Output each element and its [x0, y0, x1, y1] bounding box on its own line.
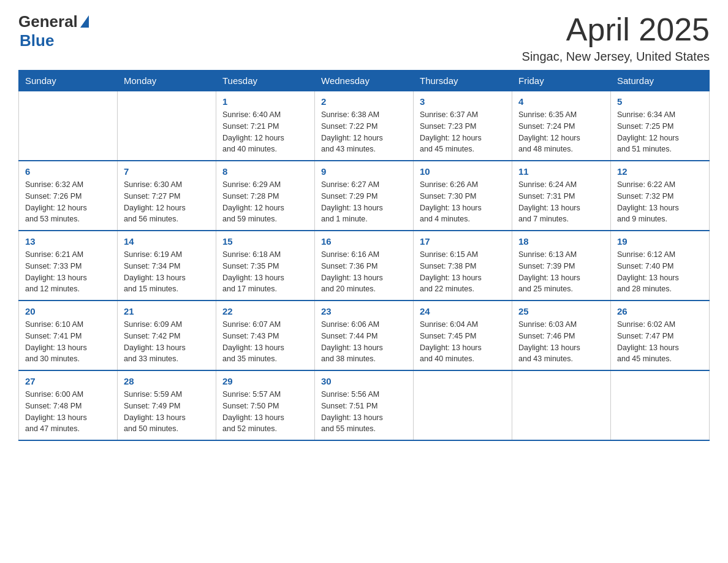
calendar-cell: 27Sunrise: 6:00 AMSunset: 7:48 PMDayligh…: [19, 370, 118, 440]
day-number: 25: [518, 306, 604, 316]
calendar-header: SundayMondayTuesdayWednesdayThursdayFrid…: [19, 71, 710, 91]
logo-general-text: General: [18, 12, 78, 31]
day-info: Sunrise: 6:02 AMSunset: 7:47 PMDaylight:…: [617, 319, 703, 365]
day-number: 27: [25, 376, 111, 386]
day-number: 12: [617, 166, 703, 177]
calendar-table: SundayMondayTuesdayWednesdayThursdayFrid…: [18, 70, 710, 441]
calendar-cell: 18Sunrise: 6:13 AMSunset: 7:39 PMDayligh…: [512, 231, 611, 301]
day-info: Sunrise: 6:35 AMSunset: 7:24 PMDaylight:…: [518, 109, 604, 155]
day-info: Sunrise: 6:03 AMSunset: 7:46 PMDaylight:…: [518, 319, 604, 365]
calendar-cell: 17Sunrise: 6:15 AMSunset: 7:38 PMDayligh…: [414, 231, 512, 301]
calendar-cell: [611, 370, 710, 440]
day-number: 24: [420, 306, 506, 316]
day-number: 21: [124, 306, 210, 316]
logo: General Blue: [18, 12, 89, 50]
calendar-cell: 6Sunrise: 6:32 AMSunset: 7:26 PMDaylight…: [19, 161, 118, 231]
day-number: 8: [222, 166, 308, 177]
calendar-cell: 20Sunrise: 6:10 AMSunset: 7:41 PMDayligh…: [19, 301, 118, 370]
day-info: Sunrise: 6:22 AMSunset: 7:32 PMDaylight:…: [617, 179, 703, 225]
calendar-cell: 11Sunrise: 6:24 AMSunset: 7:31 PMDayligh…: [512, 161, 611, 231]
day-info: Sunrise: 6:37 AMSunset: 7:23 PMDaylight:…: [420, 109, 506, 155]
day-info: Sunrise: 6:30 AMSunset: 7:27 PMDaylight:…: [124, 179, 210, 225]
day-info: Sunrise: 6:15 AMSunset: 7:38 PMDaylight:…: [420, 249, 506, 295]
calendar-cell: 4Sunrise: 6:35 AMSunset: 7:24 PMDaylight…: [512, 91, 611, 161]
calendar-week-row: 27Sunrise: 6:00 AMSunset: 7:48 PMDayligh…: [19, 370, 710, 440]
day-of-week-header: Wednesday: [315, 71, 414, 91]
day-info: Sunrise: 5:59 AMSunset: 7:49 PMDaylight:…: [124, 389, 210, 435]
page-header: General Blue April 2025 Singac, New Jers…: [18, 12, 710, 64]
calendar-cell: [19, 91, 118, 161]
day-number: 14: [124, 236, 210, 247]
day-info: Sunrise: 6:38 AMSunset: 7:22 PMDaylight:…: [321, 109, 407, 155]
day-number: 5: [617, 96, 703, 107]
day-number: 26: [617, 306, 703, 316]
day-number: 20: [25, 306, 111, 316]
day-number: 9: [321, 166, 407, 177]
day-info: Sunrise: 6:19 AMSunset: 7:34 PMDaylight:…: [124, 249, 210, 295]
title-section: April 2025 Singac, New Jersey, United St…: [522, 12, 710, 64]
calendar-cell: 30Sunrise: 5:56 AMSunset: 7:51 PMDayligh…: [315, 370, 414, 440]
calendar-cell: 14Sunrise: 6:19 AMSunset: 7:34 PMDayligh…: [118, 231, 216, 301]
location-text: Singac, New Jersey, United States: [522, 50, 710, 64]
calendar-cell: 15Sunrise: 6:18 AMSunset: 7:35 PMDayligh…: [216, 231, 315, 301]
day-number: 23: [321, 306, 407, 316]
calendar-cell: [414, 370, 512, 440]
calendar-week-row: 13Sunrise: 6:21 AMSunset: 7:33 PMDayligh…: [19, 231, 710, 301]
day-number: 19: [617, 236, 703, 247]
day-info: Sunrise: 6:24 AMSunset: 7:31 PMDaylight:…: [518, 179, 604, 225]
day-info: Sunrise: 5:56 AMSunset: 7:51 PMDaylight:…: [321, 389, 407, 435]
day-of-week-header: Friday: [512, 71, 611, 91]
days-of-week-row: SundayMondayTuesdayWednesdayThursdayFrid…: [19, 71, 710, 91]
day-info: Sunrise: 6:21 AMSunset: 7:33 PMDaylight:…: [25, 249, 111, 295]
day-info: Sunrise: 6:18 AMSunset: 7:35 PMDaylight:…: [222, 249, 308, 295]
day-info: Sunrise: 6:10 AMSunset: 7:41 PMDaylight:…: [25, 319, 111, 365]
day-number: 17: [420, 236, 506, 247]
calendar-cell: 2Sunrise: 6:38 AMSunset: 7:22 PMDaylight…: [315, 91, 414, 161]
calendar-cell: 5Sunrise: 6:34 AMSunset: 7:25 PMDaylight…: [611, 91, 710, 161]
calendar-cell: 7Sunrise: 6:30 AMSunset: 7:27 PMDaylight…: [118, 161, 216, 231]
logo-blue-text: Blue: [20, 31, 54, 50]
day-info: Sunrise: 6:27 AMSunset: 7:29 PMDaylight:…: [321, 179, 407, 225]
day-info: Sunrise: 6:07 AMSunset: 7:43 PMDaylight:…: [222, 319, 308, 365]
day-info: Sunrise: 6:04 AMSunset: 7:45 PMDaylight:…: [420, 319, 506, 365]
calendar-cell: 3Sunrise: 6:37 AMSunset: 7:23 PMDaylight…: [414, 91, 512, 161]
day-of-week-header: Thursday: [414, 71, 512, 91]
day-info: Sunrise: 6:32 AMSunset: 7:26 PMDaylight:…: [25, 179, 111, 225]
day-number: 15: [222, 236, 308, 247]
calendar-cell: 25Sunrise: 6:03 AMSunset: 7:46 PMDayligh…: [512, 301, 611, 370]
day-of-week-header: Monday: [118, 71, 216, 91]
day-info: Sunrise: 5:57 AMSunset: 7:50 PMDaylight:…: [222, 389, 308, 435]
day-number: 2: [321, 96, 407, 107]
day-info: Sunrise: 6:12 AMSunset: 7:40 PMDaylight:…: [617, 249, 703, 295]
day-number: 6: [25, 166, 111, 177]
month-title: April 2025: [522, 12, 710, 47]
calendar-cell: 26Sunrise: 6:02 AMSunset: 7:47 PMDayligh…: [611, 301, 710, 370]
calendar-cell: 8Sunrise: 6:29 AMSunset: 7:28 PMDaylight…: [216, 161, 315, 231]
day-of-week-header: Tuesday: [216, 71, 315, 91]
calendar-cell: 10Sunrise: 6:26 AMSunset: 7:30 PMDayligh…: [414, 161, 512, 231]
day-info: Sunrise: 6:26 AMSunset: 7:30 PMDaylight:…: [420, 179, 506, 225]
day-number: 11: [518, 166, 604, 177]
calendar-cell: [512, 370, 611, 440]
day-number: 30: [321, 376, 407, 386]
calendar-cell: 13Sunrise: 6:21 AMSunset: 7:33 PMDayligh…: [19, 231, 118, 301]
day-number: 3: [420, 96, 506, 107]
calendar-week-row: 20Sunrise: 6:10 AMSunset: 7:41 PMDayligh…: [19, 301, 710, 370]
day-info: Sunrise: 6:00 AMSunset: 7:48 PMDaylight:…: [25, 389, 111, 435]
day-info: Sunrise: 6:13 AMSunset: 7:39 PMDaylight:…: [518, 249, 604, 295]
day-info: Sunrise: 6:40 AMSunset: 7:21 PMDaylight:…: [222, 109, 308, 155]
calendar-week-row: 1Sunrise: 6:40 AMSunset: 7:21 PMDaylight…: [19, 91, 710, 161]
calendar-cell: 21Sunrise: 6:09 AMSunset: 7:42 PMDayligh…: [118, 301, 216, 370]
day-number: 18: [518, 236, 604, 247]
calendar-cell: 22Sunrise: 6:07 AMSunset: 7:43 PMDayligh…: [216, 301, 315, 370]
day-of-week-header: Saturday: [611, 71, 710, 91]
calendar-cell: 12Sunrise: 6:22 AMSunset: 7:32 PMDayligh…: [611, 161, 710, 231]
calendar-cell: 29Sunrise: 5:57 AMSunset: 7:50 PMDayligh…: [216, 370, 315, 440]
calendar-week-row: 6Sunrise: 6:32 AMSunset: 7:26 PMDaylight…: [19, 161, 710, 231]
day-number: 1: [222, 96, 308, 107]
calendar-body: 1Sunrise: 6:40 AMSunset: 7:21 PMDaylight…: [19, 91, 710, 441]
day-info: Sunrise: 6:09 AMSunset: 7:42 PMDaylight:…: [124, 319, 210, 365]
day-of-week-header: Sunday: [19, 71, 118, 91]
day-number: 16: [321, 236, 407, 247]
calendar-cell: 1Sunrise: 6:40 AMSunset: 7:21 PMDaylight…: [216, 91, 315, 161]
